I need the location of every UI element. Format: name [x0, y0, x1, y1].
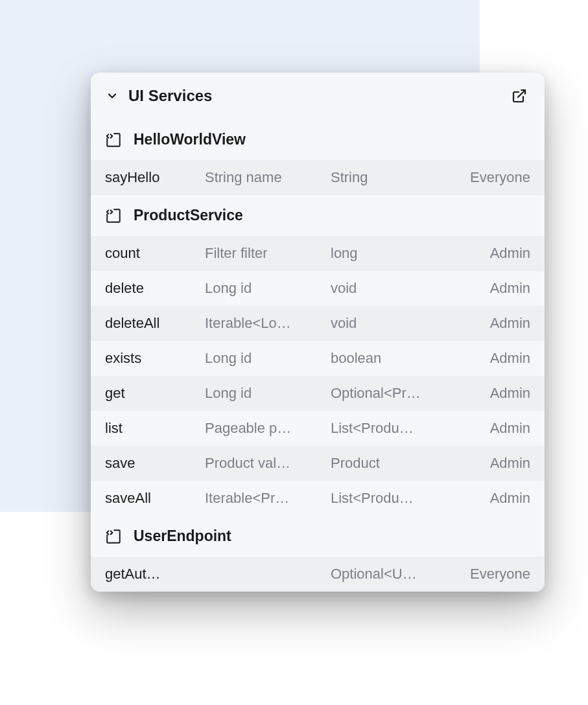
method-access: Admin	[456, 385, 530, 402]
external-link-icon[interactable]	[511, 87, 528, 104]
method-name: save	[105, 455, 202, 472]
method-name: exists	[105, 350, 202, 367]
method-row[interactable]: sayHelloString nameStringEveryone	[91, 160, 545, 195]
method-access: Admin	[456, 280, 530, 297]
method-rows: countFilter filterlongAdmindeleteLong id…	[91, 236, 545, 516]
method-row[interactable]: existsLong idbooleanAdmin	[91, 341, 545, 376]
service-header[interactable]: ProductService	[91, 195, 545, 236]
service-header[interactable]: HelloWorldView	[91, 119, 545, 160]
method-return: void	[331, 280, 454, 297]
method-rows: sayHelloString nameStringEveryone	[91, 160, 545, 195]
method-access: Admin	[456, 455, 530, 472]
method-name: getAut…	[105, 566, 202, 583]
service-name: HelloWorldView	[134, 131, 246, 148]
service-file-icon	[105, 528, 122, 545]
method-param: Pageable p…	[205, 420, 328, 437]
method-param: String name	[205, 169, 328, 186]
method-param: Long id	[205, 280, 328, 297]
method-row[interactable]: countFilter filterlongAdmin	[91, 236, 545, 271]
method-name: list	[105, 420, 202, 437]
method-row[interactable]: deleteAllIterable<Lo…voidAdmin	[91, 306, 545, 341]
method-row[interactable]: deleteLong idvoidAdmin	[91, 271, 545, 306]
method-name: saveAll	[105, 490, 202, 507]
method-return: Optional<U…	[331, 566, 454, 583]
method-access: Everyone	[456, 169, 530, 186]
method-return: void	[331, 315, 454, 332]
method-access: Admin	[456, 315, 530, 332]
chevron-down-icon	[105, 89, 119, 103]
method-return: Product	[331, 455, 454, 472]
method-return: Optional<Pr…	[331, 385, 454, 402]
method-row[interactable]: saveAllIterable<Pr…List<Produ…Admin	[91, 481, 545, 516]
method-return: List<Produ…	[331, 420, 454, 437]
panel-title: UI Services	[128, 87, 212, 105]
method-row[interactable]: getLong idOptional<Pr…Admin	[91, 376, 545, 411]
service-file-icon	[105, 207, 122, 224]
ui-services-panel: UI Services HelloWorldViewsayHelloString…	[91, 73, 545, 592]
method-row[interactable]: saveProduct val…ProductAdmin	[91, 446, 545, 481]
method-return: String	[331, 169, 454, 186]
method-return: List<Produ…	[331, 490, 454, 507]
method-param: Iterable<Pr…	[205, 490, 328, 507]
method-access: Admin	[456, 490, 530, 507]
method-return: boolean	[331, 350, 454, 367]
method-access: Everyone	[456, 566, 530, 583]
method-return: long	[331, 245, 454, 262]
method-rows: getAut…Optional<U…Everyone	[91, 557, 545, 592]
method-name: count	[105, 245, 202, 262]
panel-header-left[interactable]: UI Services	[105, 87, 212, 105]
service-name: ProductService	[134, 207, 243, 224]
method-param: Filter filter	[205, 245, 328, 262]
panel-header: UI Services	[91, 73, 545, 119]
method-param: Iterable<Lo…	[205, 315, 328, 332]
method-param: Product val…	[205, 455, 328, 472]
method-access: Admin	[456, 420, 530, 437]
method-row[interactable]: listPageable p…List<Produ…Admin	[91, 411, 545, 446]
method-name: delete	[105, 280, 202, 297]
service-header[interactable]: UserEndpoint	[91, 516, 545, 557]
service-file-icon	[105, 132, 122, 148]
method-name: sayHello	[105, 169, 202, 186]
method-name: get	[105, 385, 202, 402]
method-param: Long id	[205, 385, 328, 402]
method-access: Admin	[456, 245, 530, 262]
method-name: deleteAll	[105, 315, 202, 332]
method-param: Long id	[205, 350, 328, 367]
service-name: UserEndpoint	[134, 527, 231, 545]
method-access: Admin	[456, 350, 530, 367]
svg-line-0	[518, 90, 525, 97]
method-row[interactable]: getAut…Optional<U…Everyone	[91, 557, 545, 592]
